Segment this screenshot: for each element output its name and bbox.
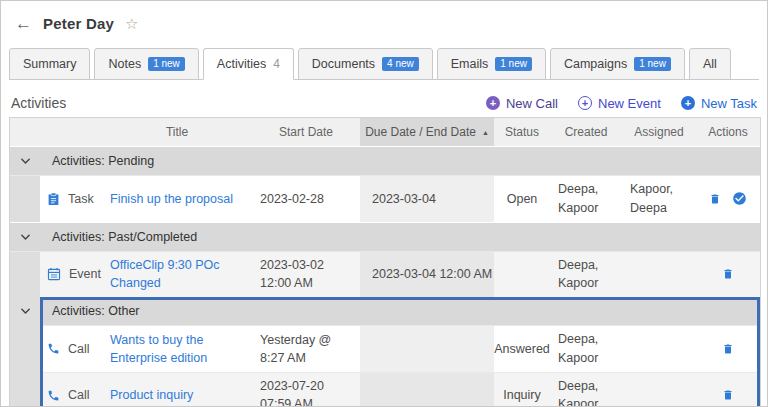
due-date-cell: 2023-03-04 [360,176,494,222]
column-header-label: Title [166,125,188,139]
created-cell: Deepa, Kapoor [550,252,622,298]
status-value: Open [507,192,538,206]
header-spacer [40,118,102,146]
tab-label: Campaigns [564,57,627,71]
group-title: Activities: Past/Completed [52,230,197,244]
group-header-label: Activities: Past/Completed [40,223,760,251]
plus-circle-icon: + [486,96,500,110]
activities-section-header: Activities +New Call+New Event+New Task [11,95,759,111]
title-cell: Wants to buy the Enterprise edition [102,326,252,372]
activity-title-link[interactable]: Wants to buy the Enterprise edition [110,331,244,367]
action-label: New Call [506,96,558,111]
column-header-assigned[interactable]: Assigned [622,118,696,146]
delete-button[interactable] [722,342,734,356]
column-header-due-date-end-date[interactable]: Due Date / End Date▲ [360,118,494,146]
activity-type-cell: Task [40,176,102,222]
assigned-cell [622,373,696,407]
page-header: ← Peter Day ☆ [15,15,759,32]
created-cell: Deepa, Kapoor [550,373,622,407]
group-header[interactable]: Activities: Other [40,297,760,325]
new-task-button[interactable]: +New Task [681,96,757,111]
complete-button[interactable] [732,191,747,206]
tab-activities[interactable]: Activities4 [203,48,294,80]
tab-emails[interactable]: Emails1 new [437,48,546,80]
tab-bar: SummaryNotes1 newActivities4Documents4 n… [9,48,759,80]
group-header[interactable]: Activities: Pending [10,146,760,175]
column-header-start-date[interactable]: Start Date [252,118,360,146]
created-value: Deepa, Kapoor [558,330,620,368]
tab-campaigns[interactable]: Campaigns1 new [550,48,685,80]
title-cell: Finish up the proposal [102,176,252,222]
title-cell: OfficeClip 9:30 POc Changed [102,252,252,298]
phone-icon [47,389,60,402]
new-event-button[interactable]: +New Event [578,96,661,111]
chevron-down-icon [20,232,31,242]
tab-label: Documents [312,57,375,71]
tab-all[interactable]: All [689,48,731,80]
back-arrow-icon[interactable]: ← [15,15,32,32]
status-cell: Inquiry [494,373,550,407]
column-header-label: Assigned [634,125,683,139]
start-date-cell: 2023-03-02 12:00 AM [252,252,360,298]
due-date-cell [360,326,494,372]
tab-documents[interactable]: Documents4 new [298,48,433,80]
column-header-created[interactable]: Created [550,118,622,146]
start-date-value: 2023-07-20 07:59 AM [260,377,358,407]
tab-label: Summary [23,57,76,71]
tab-notes[interactable]: Notes1 new [94,48,198,80]
start-date-cell: Yesterday @ 8:27 AM [252,326,360,372]
activity-row: CallProduct inquiry2023-07-20 07:59 AMIn… [40,372,760,407]
created-value: Deepa, Kapoor [558,180,620,218]
task-icon [47,192,60,206]
highlight-box: Activities: OtherCallWants to buy the En… [40,297,760,407]
row-gutter [10,176,40,222]
tab-count: 4 [273,57,280,71]
chevron-down-icon [20,306,31,316]
start-date-value: 2023-02-28 [260,190,324,208]
group-header-label: Activities: Other [40,297,760,325]
new-call-button[interactable]: +New Call [486,96,558,111]
plus-circle-icon: + [681,96,695,110]
status-value: Inquiry [503,388,541,402]
favorite-star-icon[interactable]: ☆ [125,16,138,31]
sort-ascending-icon: ▲ [482,129,489,136]
activity-title-link[interactable]: Product inquiry [110,386,193,404]
contact-detail-page: ← Peter Day ☆ SummaryNotes1 newActivitie… [1,1,767,407]
plus-circle-outline-icon: + [578,96,592,110]
activity-title-link[interactable]: OfficeClip 9:30 POc Changed [110,256,244,292]
start-date-cell: 2023-02-28 [252,176,360,222]
tab-summary[interactable]: Summary [9,48,90,80]
group-collapse-cell[interactable] [10,223,40,251]
activity-title-link[interactable]: Finish up the proposal [110,190,233,208]
table-header-row: TitleStart DateDue Date / End Date▲Statu… [10,118,760,146]
activity-type-cell: Event [40,252,102,298]
status-cell: Answered [494,326,550,372]
activity-row: TaskFinish up the proposal2023-02-282023… [10,175,760,222]
group-header[interactable]: Activities: Past/Completed [10,222,760,251]
row-gutter [10,252,40,298]
created-cell: Deepa, Kapoor [550,326,622,372]
highlighted-group: Activities: OtherCallWants to buy the En… [10,297,760,407]
group-collapse-cell[interactable] [20,297,31,325]
due-date-value: 2023-03-04 [372,192,436,206]
due-date-value: 2023-03-04 12:00 AM [372,267,492,281]
new-count-badge: 1 new [148,57,185,71]
assigned-value: Kapoor, Deepa [630,180,694,218]
tab-label: Emails [451,57,489,71]
activity-type-label: Task [68,192,94,206]
status-cell: Open [494,176,550,222]
column-header-actions[interactable]: Actions [696,118,760,146]
group-header-label: Activities: Pending [40,147,760,175]
due-date-cell [360,373,494,407]
delete-button[interactable] [709,192,721,206]
delete-button[interactable] [722,267,734,281]
new-count-badge: 1 new [495,57,532,71]
assigned-cell [622,252,696,298]
column-header-status[interactable]: Status [494,118,550,146]
delete-button[interactable] [722,388,734,402]
status-cell [494,252,550,298]
tab-label: Notes [108,57,141,71]
group-collapse-cell[interactable] [10,147,40,175]
start-date-value: Yesterday @ 8:27 AM [260,331,358,367]
column-header-title[interactable]: Title [102,118,252,146]
